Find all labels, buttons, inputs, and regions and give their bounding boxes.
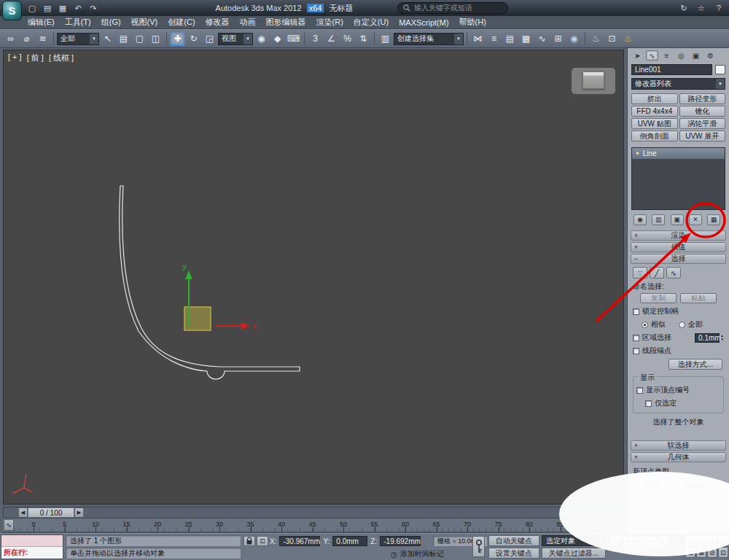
edit-named-selections-icon[interactable]: ▥ bbox=[378, 31, 393, 46]
selected-only-checkbox[interactable]: 仅选定 bbox=[645, 398, 720, 408]
menu-item[interactable]: 创建(C) bbox=[168, 17, 195, 28]
modifier-preset-button[interactable]: 倒角剖面 bbox=[631, 131, 678, 141]
select-by-button[interactable]: 选择方式... bbox=[668, 359, 722, 370]
listener-script-line[interactable]: 所在行: bbox=[1, 547, 63, 559]
rollout-selection[interactable]: − 选择 bbox=[631, 254, 726, 264]
favorites-star-icon[interactable]: ☆ bbox=[695, 2, 707, 14]
object-color-swatch[interactable] bbox=[715, 65, 725, 74]
selection-lock-toggle[interactable] bbox=[243, 536, 255, 546]
time-slider-handle[interactable]: 0 / 100 bbox=[28, 508, 74, 518]
help-icon[interactable]: ? bbox=[713, 2, 725, 14]
modifier-preset-button[interactable]: 挤出 bbox=[631, 93, 678, 104]
modifier-preset-button[interactable]: 涡轮平滑 bbox=[679, 118, 726, 129]
select-by-name-icon[interactable]: ▤ bbox=[116, 31, 131, 46]
select-object-icon[interactable]: ↖ bbox=[100, 31, 115, 46]
render-production-icon[interactable]: ♨ bbox=[620, 31, 636, 46]
select-and-rotate-icon[interactable]: ↻ bbox=[186, 31, 201, 46]
modifier-stack[interactable]: ✦ Line bbox=[631, 147, 725, 210]
layer-manager-icon[interactable]: ▤ bbox=[502, 31, 518, 46]
application-menu-button[interactable]: S bbox=[2, 1, 22, 20]
menu-item[interactable]: 帮助(H) bbox=[459, 17, 486, 28]
spline-mode-icon[interactable]: ∿ bbox=[666, 267, 681, 279]
make-unique-icon[interactable]: ▣ bbox=[671, 214, 684, 225]
menu-item[interactable]: 工具(T) bbox=[65, 17, 91, 28]
rollout-geometry[interactable]: + 几何体 bbox=[631, 452, 726, 462]
select-and-manipulate-icon[interactable]: ◆ bbox=[270, 31, 285, 46]
viewcube[interactable] bbox=[572, 68, 615, 94]
auto-key-button[interactable]: 自动关键点 bbox=[488, 535, 539, 546]
key-filters-button[interactable]: 关键点过滤器... bbox=[542, 548, 606, 559]
named-selection-set-dropdown[interactable]: 创建选择集▼ bbox=[394, 33, 464, 45]
display-tab-icon[interactable]: ▣ bbox=[690, 50, 702, 61]
segment-mode-icon[interactable]: ╱ bbox=[650, 267, 664, 279]
select-and-scale-icon[interactable]: ◲ bbox=[202, 31, 217, 46]
radio-similar[interactable] bbox=[642, 322, 648, 328]
rendered-frame-icon[interactable]: ⊡ bbox=[604, 31, 620, 46]
spinner-arrows-icon[interactable]: ▲▼ bbox=[720, 334, 724, 341]
viewport-menu-shading[interactable]: [ 线框 ] bbox=[49, 52, 74, 63]
area-threshold-spinner[interactable]: 0.1mm ▲▼ bbox=[695, 333, 724, 343]
maxscript-mini-listener[interactable]: 所在行: bbox=[1, 534, 63, 559]
curve-editor-icon[interactable]: ∿ bbox=[534, 31, 550, 46]
modifier-list-dropdown[interactable]: 修改器列表 ▼ bbox=[631, 78, 725, 90]
rectangular-selection-icon[interactable]: ▢ bbox=[132, 31, 147, 46]
menu-item[interactable]: 编辑(E) bbox=[28, 17, 55, 28]
open-file-icon[interactable]: ▤ bbox=[42, 2, 53, 14]
paste-button[interactable]: 粘贴 bbox=[680, 293, 717, 303]
align-icon[interactable]: ≡ bbox=[486, 31, 502, 46]
use-pivot-center-icon[interactable]: ◉ bbox=[254, 31, 269, 46]
next-frame-arrow[interactable]: ▶ bbox=[74, 508, 84, 518]
motion-tab-icon[interactable]: ◎ bbox=[675, 50, 687, 61]
bind-to-spacewarp-icon[interactable]: ≋ bbox=[35, 31, 50, 46]
pin-stack-icon[interactable]: ◉ bbox=[634, 214, 647, 225]
window-crossing-icon[interactable]: ◫ bbox=[148, 31, 163, 46]
rollout-render[interactable]: + 渲染 bbox=[631, 230, 726, 241]
modifier-preset-button[interactable]: 锥化 bbox=[679, 106, 726, 117]
modifier-preset-button[interactable]: 路径变形 bbox=[679, 93, 726, 104]
radio-all[interactable] bbox=[679, 322, 685, 328]
unlink-selection-icon[interactable]: ⌀ bbox=[19, 31, 34, 46]
viewcube-face[interactable] bbox=[582, 71, 604, 89]
menu-item[interactable]: MAXScript(M) bbox=[399, 18, 448, 27]
show-vertex-numbers-checkbox[interactable]: 显示顶点编号 bbox=[636, 385, 720, 395]
x-coordinate-field[interactable]: -30.967mm bbox=[279, 536, 320, 546]
menu-item[interactable]: 图形编辑器 bbox=[266, 17, 306, 28]
modifier-preset-button[interactable]: UVW 展开 bbox=[679, 131, 726, 141]
hierarchy-tab-icon[interactable]: ≡ bbox=[660, 50, 673, 61]
keyboard-override-icon[interactable]: ⌨ bbox=[286, 31, 301, 46]
vertex-mode-icon[interactable]: ∵ bbox=[633, 267, 647, 279]
rollout-interpolation[interactable]: + 插值 bbox=[631, 242, 726, 252]
checkbox-icon[interactable] bbox=[633, 335, 639, 341]
spinner-value[interactable]: 0.1mm bbox=[695, 333, 720, 343]
modifier-preset-button[interactable]: UVW 贴图 bbox=[631, 118, 678, 129]
configure-modifier-sets-icon[interactable]: ▦ bbox=[707, 214, 720, 225]
modifier-preset-button[interactable]: FFD 4x4x4 bbox=[631, 106, 678, 117]
listener-macro-line[interactable] bbox=[1, 535, 63, 547]
maximize-viewport-icon[interactable]: ⊡ bbox=[718, 547, 728, 558]
menu-item[interactable]: 动画 bbox=[240, 17, 256, 28]
menu-item[interactable]: 自定义(U) bbox=[354, 17, 389, 28]
material-editor-icon[interactable]: ◉ bbox=[566, 31, 582, 46]
select-and-move-icon[interactable]: ✚ bbox=[170, 31, 185, 46]
communication-center-icon[interactable]: ↻ bbox=[678, 2, 690, 14]
render-setup-icon[interactable]: ♨ bbox=[588, 31, 604, 46]
previous-frame-arrow[interactable]: ◀ bbox=[18, 508, 28, 518]
select-and-link-icon[interactable]: ∞ bbox=[3, 31, 18, 46]
create-tab-icon[interactable]: ➤ bbox=[631, 50, 644, 61]
lock-handles-checkbox[interactable]: 锁定控制柄 bbox=[633, 306, 724, 316]
graphite-ribbon-icon[interactable]: ▦ bbox=[518, 31, 534, 46]
infocenter-search-input[interactable]: 输入关键字或短语 bbox=[397, 2, 508, 14]
save-file-icon[interactable]: ▦ bbox=[57, 2, 69, 14]
time-slider[interactable]: ◀ 0 / 100 ▶ bbox=[3, 507, 624, 518]
object-name-field[interactable]: Line001 bbox=[631, 64, 712, 75]
viewport-menu-general[interactable]: [ + ] bbox=[8, 52, 22, 63]
menu-item[interactable]: 视图(V) bbox=[131, 17, 158, 28]
menu-item[interactable]: 渲染(R) bbox=[316, 17, 343, 28]
new-scene-icon[interactable]: ▢ bbox=[26, 2, 38, 14]
absolute-offset-toggle[interactable]: ⊡ bbox=[257, 536, 268, 546]
mini-curve-editor-button[interactable]: ∿ bbox=[4, 519, 14, 531]
percent-snap-icon[interactable]: % bbox=[340, 31, 355, 46]
set-key-button[interactable]: 设置关键点 bbox=[488, 548, 539, 559]
menu-item[interactable]: 修改器 bbox=[206, 17, 230, 28]
utilities-tab-icon[interactable]: ⚙ bbox=[704, 50, 717, 61]
